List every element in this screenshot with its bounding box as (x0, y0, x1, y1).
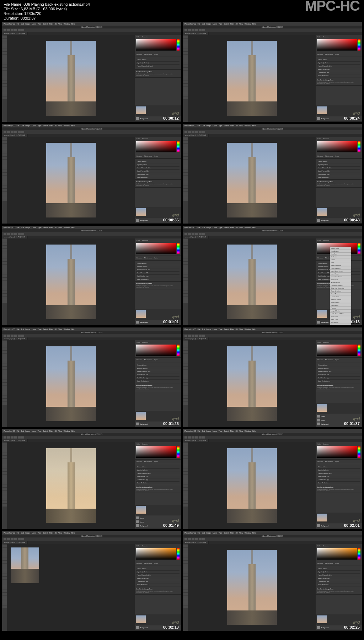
menu-item[interactable]: Photoshop CC (4, 532, 15, 534)
tool-icon[interactable] (2, 383, 7, 385)
tool-option-icon[interactable] (188, 538, 191, 540)
tool-icon[interactable] (2, 357, 7, 360)
tool-icon[interactable] (2, 583, 7, 586)
action-item[interactable]: Frame Channel - 50 pixel (136, 65, 180, 68)
action-item[interactable]: Default Actions (136, 567, 180, 571)
tool-option-icon[interactable] (202, 131, 205, 133)
tool-icon[interactable] (2, 557, 7, 560)
menu-item[interactable]: File (198, 328, 200, 330)
tool-icon[interactable] (183, 462, 188, 465)
tool-icon[interactable] (2, 504, 7, 507)
menu-item[interactable]: Playback Options... (330, 284, 351, 287)
tool-icon[interactable] (183, 281, 188, 284)
tool-icon[interactable] (2, 166, 7, 169)
menu-item[interactable]: 3D (236, 328, 238, 330)
panel-tab[interactable]: Adjustments (324, 460, 334, 463)
menu-item[interactable]: 3D (55, 328, 57, 330)
tool-icon[interactable] (183, 481, 188, 484)
learn-link[interactable]: Learn How to Use Libraries (136, 75, 180, 76)
menu-item[interactable]: Edit (21, 23, 24, 25)
tool-icon[interactable] (183, 545, 188, 547)
action-item[interactable]: Vignette (select... (136, 367, 180, 370)
action-item[interactable]: Cast Shadow (typ... (136, 275, 180, 278)
tool-icon[interactable] (183, 459, 188, 462)
menu-item[interactable]: Insert Menu Item... (330, 270, 351, 273)
tool-icon[interactable] (183, 182, 188, 185)
tool-option-icon[interactable] (192, 233, 194, 235)
panel-tab[interactable]: Swatches (141, 239, 149, 242)
tool-icon[interactable] (2, 370, 7, 373)
tool-icon[interactable] (183, 141, 188, 143)
tool-icon[interactable] (2, 262, 7, 264)
tool-icon[interactable] (183, 274, 188, 277)
menu-item[interactable]: Insert Conditional... (330, 276, 351, 278)
panel-tab[interactable]: Color (316, 443, 322, 446)
tool-icon[interactable] (2, 300, 7, 303)
canvas-area[interactable] (188, 340, 316, 427)
action-item[interactable]: Vignette (select... (317, 62, 360, 65)
action-item[interactable]: Wood Frame - 50... (317, 170, 360, 173)
menu-item[interactable]: File (17, 430, 20, 432)
menu-item[interactable]: Image (25, 23, 30, 25)
canvas-area[interactable] (188, 442, 316, 529)
tool-icon[interactable] (183, 557, 188, 560)
tool-icon[interactable] (183, 239, 188, 242)
tool-icon[interactable] (183, 593, 188, 596)
tool-icon[interactable] (183, 399, 188, 402)
tool-icon[interactable] (2, 564, 7, 567)
tool-icon[interactable] (2, 137, 7, 140)
tool-icon[interactable] (2, 195, 7, 198)
action-item[interactable]: Frame Channel - 50... (317, 167, 360, 170)
panel-tab[interactable]: Swatches (322, 137, 330, 140)
panel-tab[interactable]: Swatches (141, 341, 149, 344)
action-item[interactable]: Default Actions (136, 262, 180, 265)
tool-option-icon[interactable] (11, 538, 14, 540)
menu-item[interactable]: Duplicate (330, 256, 351, 258)
tool-icon[interactable] (2, 449, 7, 452)
tool-option-icon[interactable] (14, 335, 17, 337)
action-item[interactable]: Frame Channel - 50... (136, 268, 180, 272)
tool-icon[interactable] (2, 58, 7, 61)
tool-option-icon[interactable] (184, 335, 187, 337)
menu-item[interactable]: Layer (32, 328, 36, 330)
menu-item[interactable]: View (239, 125, 243, 127)
tool-option-icon[interactable] (14, 131, 17, 133)
menu-item[interactable]: Type (219, 23, 223, 25)
tool-icon[interactable] (183, 242, 188, 245)
menu-item[interactable]: Photoshop CC (4, 430, 15, 432)
tool-icon[interactable] (183, 71, 188, 74)
video-thumbnail[interactable]: Photoshop CCFileEditImageLayerTypeSelect… (2, 531, 181, 631)
panel-tab[interactable]: Styles (153, 562, 159, 565)
tool-icon[interactable] (2, 465, 7, 468)
panel-tab[interactable]: Swatches (322, 545, 330, 547)
action-item[interactable]: Water Reflection (... (136, 278, 180, 280)
panel-tab[interactable]: Libraries (135, 257, 143, 259)
tool-icon[interactable] (183, 354, 188, 357)
menu-item[interactable]: View (58, 226, 62, 229)
video-thumbnail[interactable]: Photoshop CCFileEditImageLayerTypeSelect… (2, 124, 181, 224)
menu-item[interactable]: Type (219, 226, 223, 229)
menu-item[interactable]: Filter (230, 226, 234, 229)
tool-option-icon[interactable] (195, 538, 198, 540)
tool-icon[interactable] (2, 93, 7, 96)
menu-item[interactable]: Photoshop CC (4, 125, 15, 127)
tool-icon[interactable] (2, 586, 7, 589)
tool-icon[interactable] (183, 554, 188, 557)
learn-link[interactable]: Learn How to Use Libraries (136, 388, 180, 390)
tool-icon[interactable] (183, 287, 188, 290)
tool-icon[interactable] (183, 488, 188, 491)
tool-option-icon[interactable] (14, 233, 17, 235)
menu-item[interactable]: Filter (49, 532, 53, 534)
canvas-area[interactable] (7, 238, 135, 325)
tool-icon[interactable] (183, 402, 188, 405)
menu-item[interactable]: New Action... (330, 250, 351, 253)
tool-icon[interactable] (183, 52, 188, 54)
tool-icon[interactable] (2, 71, 7, 74)
tool-icon[interactable] (2, 452, 7, 455)
menu-item[interactable]: Image (25, 328, 30, 330)
menu-item[interactable]: Type (219, 328, 223, 330)
menu-item[interactable]: Type (219, 125, 223, 127)
action-item[interactable]: Frame Channel - 50... (136, 472, 180, 475)
tool-icon[interactable] (183, 74, 188, 77)
video-thumbnail[interactable]: Photoshop CCFileEditImageLayerTypeSelect… (2, 327, 181, 427)
